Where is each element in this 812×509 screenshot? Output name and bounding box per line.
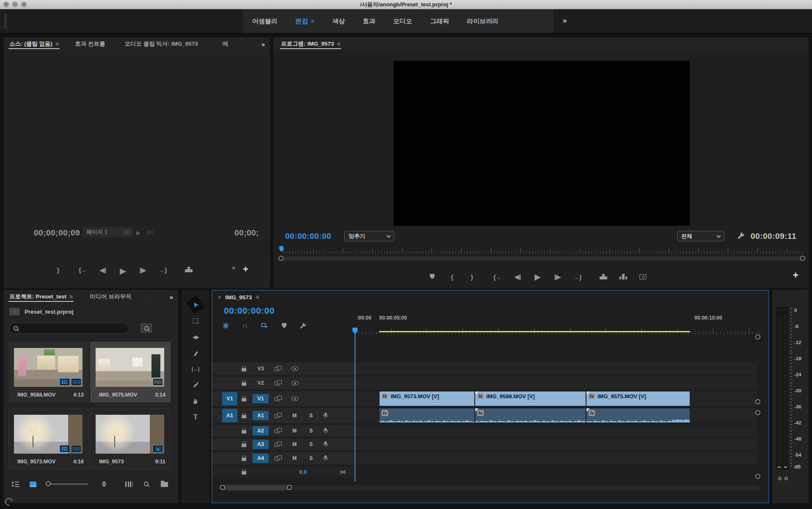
meter-channel-dot[interactable] [784,477,788,480]
workspace-tab-audio[interactable]: 오디오 [384,17,421,25]
program-panel-menu-icon[interactable]: ≡ [337,41,340,47]
extract-button[interactable] [613,274,633,281]
track-target-a1[interactable]: A1 [253,411,269,420]
tab-project[interactable]: 프로젝트: Preset_test ≡ [4,290,78,304]
tab-program[interactable]: 프로그램: IMG_9573 ≡ [276,37,345,51]
panel-drag-handle-icon[interactable] [4,14,7,29]
search-input[interactable] [22,325,115,331]
bin-item-img9588[interactable]: IMG_9588.MOV 4:13 [8,342,89,402]
lane-a4[interactable] [355,452,757,465]
program-playhead[interactable] [279,246,284,252]
audio-waveform-icon[interactable] [146,230,153,234]
window-close-button[interactable]: × [3,2,9,7]
workspace-tab-libraries[interactable]: 라이브러리 [458,17,507,25]
mark-in-button[interactable]: { [442,274,462,281]
timeline-hscrollbar[interactable] [218,485,759,490]
lock-icon[interactable] [242,442,247,447]
source-panel-menu-icon[interactable]: ≡ [55,41,59,47]
solo-button[interactable]: S [309,455,313,461]
selection-tool[interactable]: ➤ [186,295,205,314]
razor-tool[interactable] [188,347,203,359]
resolution-select[interactable]: 전체 [677,231,724,241]
hscroll-handle-right[interactable] [287,485,292,490]
track-target-v1[interactable]: V1 [253,394,269,403]
step-forward-button[interactable]: |▶ [133,266,153,276]
tab-effect-controls[interactable]: 효과 컨트롤 [70,37,110,51]
project-tabs-overflow-icon[interactable]: » [170,293,173,301]
linked-selection-icon[interactable] [261,323,269,329]
tab-media-browser[interactable]: 미디어 브라우저 [85,290,136,304]
mute-button[interactable]: M [292,441,297,447]
navigate-up-icon[interactable]: ↑ [9,308,19,315]
hscroll-handle-left[interactable] [220,485,225,490]
timeline-clip-audio-img9575[interactable]: fx [586,408,690,423]
solo-button[interactable]: S [309,441,313,447]
go-to-out-button[interactable]: →} [567,274,587,281]
vscroll-handle-mid-top[interactable] [755,399,760,404]
workspace-tab-editing[interactable]: 편집 ≡ [286,17,323,25]
track-select-forward-tool[interactable]: → [188,315,203,327]
audio-badge-icon[interactable] [71,378,81,386]
snap-magnet-icon[interactable]: ∩ [242,321,248,330]
video-badge-icon[interactable] [60,445,70,452]
track-target-a3[interactable]: A3 [253,440,269,449]
thumbnail-img9573-sequence[interactable] [96,415,164,454]
timeline-clip-audio-img9573[interactable]: fx [379,408,475,423]
automate-to-sequence-button[interactable] [125,481,132,489]
go-to-out-button[interactable]: →} [153,266,173,276]
hand-tool[interactable] [188,395,203,408]
nest-toggle-icon[interactable] [222,322,229,329]
thumbnail-img9588[interactable] [14,348,83,387]
zoom-slider-handle[interactable] [46,481,51,486]
thumbnail-img9573mov[interactable] [14,415,83,454]
workspace-tab-color[interactable]: 색상 [323,17,354,25]
toggle-track-output-icon[interactable] [292,367,298,371]
tab-metadata-truncated[interactable]: 메 [217,37,231,51]
track-target-v2[interactable]: V2 [253,380,269,386]
add-marker-button[interactable] [422,274,442,281]
settings-wrench-icon[interactable] [737,232,745,239]
new-bin-button[interactable] [161,481,168,489]
insert-button[interactable] [179,266,198,276]
lane-a3[interactable] [355,438,757,450]
step-forward-button[interactable]: |▶ [548,273,567,281]
ripple-edit-tool[interactable]: ◀▶ [188,331,203,343]
toggle-track-output-icon[interactable] [292,397,298,401]
voiceover-record-icon[interactable] [324,455,328,461]
lock-icon[interactable] [242,380,247,386]
tab-audio-clip-mixer[interactable]: 오디오 클립 믹서: IMG_9573 [119,37,203,51]
step-back-button[interactable]: ◀| [508,273,528,281]
mark-out-button[interactable]: } [462,274,482,281]
bin-item-img9573mov[interactable]: IMG_9573.MOV 4:16 [8,408,89,469]
step-back-button[interactable]: ◀| [93,266,113,276]
sequence-tab[interactable]: IMG_9573 [225,294,252,301]
timeline-timecode[interactable]: 00:00:00:00 [224,306,275,316]
timeline-clip-video-img9573[interactable]: fx IMG_9573.MOV [V] [379,391,475,406]
vscroll-handle-video[interactable] [755,334,760,339]
zoom-fit-select[interactable]: 맞추기 [344,231,394,241]
timeline-playhead-line[interactable] [355,334,355,482]
timeline-clip-video-img9588[interactable]: fx IMG_9588.MOV [V] [475,391,586,406]
program-scroll-handle-left[interactable] [278,256,284,261]
source-button-editor-plus[interactable]: + [243,264,248,275]
close-sequence-icon[interactable]: × [218,294,221,301]
program-scroll-handle-right[interactable] [800,256,805,261]
add-marker-icon[interactable] [282,323,286,328]
pen-tool[interactable] [188,379,203,391]
thumbnail-img9575[interactable] [96,348,164,387]
audio-badge-icon[interactable] [71,445,81,452]
list-view-button[interactable] [12,481,19,489]
source-timecode[interactable]: 00;00;00;00 [34,228,80,238]
page-prev-icon[interactable]: ◀ [74,230,78,236]
voiceover-record-icon[interactable] [324,441,328,447]
source-patch-a1[interactable]: A1 [222,409,237,422]
timeline-playhead-head[interactable] [352,328,358,334]
timeline-clip-audio-img9588[interactable]: fx [475,408,586,423]
source-patch-v1[interactable]: V1 [222,392,237,405]
page-selector[interactable]: 페이지 1 [83,227,134,237]
source-tabs-overflow-icon[interactable]: » [261,41,265,48]
lift-button[interactable] [593,274,613,281]
tab-source[interactable]: 소스: (클립 없음) ≡ [4,37,64,51]
program-mini-ruler[interactable] [284,248,803,254]
sync-lock-icon[interactable] [275,456,282,461]
